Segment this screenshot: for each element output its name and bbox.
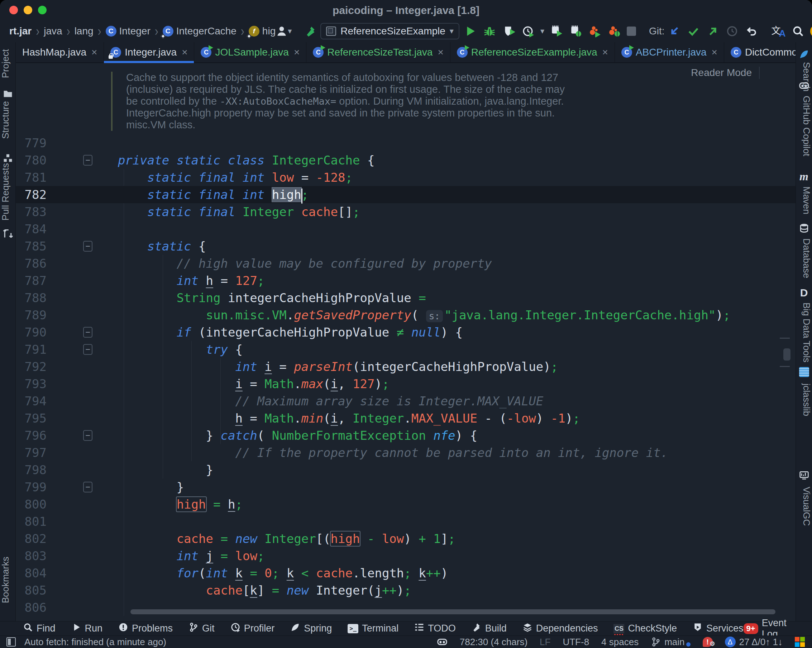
line-number[interactable]: 799	[16, 478, 47, 496]
code-line-798[interactable]: 798 }	[16, 461, 795, 478]
code-line-797[interactable]: 797 // If the property cannot be parsed …	[16, 444, 795, 461]
line-number[interactable]: 797	[16, 444, 47, 461]
reader-mode-widget[interactable]: Reader Mode	[691, 67, 783, 79]
close-icon[interactable]: ×	[294, 47, 299, 58]
code-line-789[interactable]: 789 sun.misc.VM.getSavedProperty( s:"jav…	[16, 306, 795, 324]
code-line-805[interactable]: 805 cache[k] = new Integer(j++);	[16, 582, 795, 599]
code-line-801[interactable]: 801	[16, 513, 795, 530]
line-number[interactable]: 805	[16, 582, 47, 599]
line-number[interactable]: 787	[16, 272, 47, 289]
line-number[interactable]: 804	[16, 564, 47, 582]
sidebar-item-github-copilot[interactable]: GitHub Copilot	[796, 96, 812, 156]
rollback-icon[interactable]	[744, 24, 759, 38]
line-number[interactable]: 801	[16, 513, 47, 530]
toolbar-item-dependencies[interactable]: Dependencies	[522, 622, 598, 635]
build-hammer-icon[interactable]	[305, 24, 317, 38]
sidebar-item-big-data-tools[interactable]: Big Data Tools	[796, 303, 812, 362]
tab-jolsample-java[interactable]: CJOLSample.java×	[194, 42, 306, 63]
line-number[interactable]: 792	[16, 358, 47, 375]
debug-icon[interactable]	[482, 24, 497, 38]
run-configuration-select[interactable]: ReferenceSizeExample ▾	[321, 23, 459, 40]
folder-icon[interactable]	[3, 89, 13, 100]
toolbar-item-problems[interactable]: Problems	[118, 622, 173, 635]
code-line-790[interactable]: 790− if (integerCacheHighPropValue ≠ nul…	[16, 324, 795, 341]
updates-icon[interactable]: ↑	[810, 25, 812, 38]
close-icon[interactable]: ×	[182, 47, 188, 58]
toolbar-item-build[interactable]: Build	[472, 622, 507, 635]
toolbar-item-services[interactable]: Services	[693, 622, 743, 635]
coverage-icon[interactable]	[502, 24, 516, 38]
vertical-scrollbar[interactable]	[783, 348, 791, 361]
close-icon[interactable]: ×	[712, 47, 717, 58]
breadcrumb-item-integercache[interactable]: CIntegerCache	[163, 26, 237, 37]
line-number[interactable]: 791	[16, 341, 47, 358]
indent-setting[interactable]: 4 spaces	[601, 637, 638, 648]
code-line-779[interactable]: 779	[16, 134, 795, 151]
visualgc-icon[interactable]	[799, 470, 809, 482]
line-number[interactable]: 800	[16, 496, 47, 513]
code-line-802[interactable]: 802 cache = new Integer[(high - low) + 1…	[16, 530, 795, 547]
close-icon[interactable]: ×	[92, 47, 97, 58]
sidebar-item-pull-requests[interactable]: Pull Requests	[0, 163, 15, 220]
changes-widget[interactable]: Δ27 Δ/0↑ 1↓	[725, 637, 783, 648]
code-editor[interactable]: Reader Mode Cache to support the object …	[16, 63, 795, 621]
horizontal-scrollbar[interactable]	[130, 609, 775, 614]
code-line-796[interactable]: 796− } catch( NumberFormatException nfe)…	[16, 427, 795, 444]
jclasslib-icon[interactable]	[799, 367, 809, 377]
line-number[interactable]: 793	[16, 375, 47, 393]
sidebar-item-bookmarks[interactable]: Bookmarks	[0, 556, 15, 603]
code-line-783[interactable]: 783 static final Integer cache[];	[16, 203, 795, 220]
copilot-status-icon[interactable]	[437, 637, 447, 647]
breadcrumb-item-rt-jar[interactable]: rt.jar	[9, 26, 32, 37]
line-number[interactable]: 785	[16, 238, 47, 255]
translate-icon[interactable]: 文A	[771, 25, 786, 38]
sidebar-item-structure[interactable]: Structure	[0, 101, 15, 139]
toolbar-item-spring[interactable]: Spring	[290, 622, 332, 635]
code-line-800[interactable]: 800 high = h;	[16, 496, 795, 513]
git-push-icon[interactable]	[705, 24, 720, 38]
sidebar-item-jclasslib[interactable]: jclasslib	[796, 384, 812, 416]
breadcrumb-item-lang[interactable]: lang	[75, 26, 93, 37]
toolbar-item-checkstyle[interactable]: CSCheckStyle	[614, 623, 677, 634]
code-line-803[interactable]: 803 int j = low;	[16, 547, 795, 564]
line-number[interactable]: 780	[16, 151, 47, 169]
line-number[interactable]: 795	[16, 410, 47, 427]
inspections-ok-icon[interactable]	[767, 67, 783, 79]
database-icon[interactable]	[799, 223, 809, 234]
line-number[interactable]: 790	[16, 324, 47, 341]
sidebar-item-project[interactable]: Project	[0, 49, 15, 78]
code-line-791[interactable]: 791− try {	[16, 341, 795, 358]
line-number[interactable]: 794	[16, 393, 47, 410]
line-number[interactable]: 784	[16, 220, 47, 238]
toolbar-item-run[interactable]: Run	[71, 622, 103, 635]
code-line-784[interactable]: 784	[16, 220, 795, 238]
tab-referencesizetest-java[interactable]: CReferenceSizeTest.java×	[306, 42, 450, 63]
tab-abcprinter-java[interactable]: CABCPrinter.java×	[615, 42, 724, 63]
error-notification-icon[interactable]: !⚙	[703, 637, 713, 647]
tab-integer-java[interactable]: CInteger.java×	[104, 42, 194, 63]
breadcrumb-item-integer[interactable]: CInteger	[106, 26, 151, 37]
async-debug-icon[interactable]	[607, 24, 622, 38]
line-number[interactable]: 789	[16, 306, 47, 324]
sidebar-item-database[interactable]: Database	[796, 238, 812, 278]
line-number[interactable]: 779	[16, 134, 47, 151]
code-line-781[interactable]: 781 static final int low = -128;	[16, 169, 795, 186]
tab-referencesizeexample-java[interactable]: CReferenceSizeExample.java×	[450, 42, 615, 63]
toolbar-item-todo[interactable]: TODO	[414, 622, 456, 635]
structure-icon[interactable]	[3, 153, 12, 164]
line-ending[interactable]: LF	[540, 637, 550, 648]
file-encoding[interactable]: UTF-8	[563, 637, 589, 648]
caret-position[interactable]: 782:30 (4 chars)	[460, 637, 528, 648]
code-line-792[interactable]: 792 int i = parseInt(integerCacheHighPro…	[16, 358, 795, 375]
code-line-795[interactable]: 795 h = Math.min(i, Integer.MAX_VALUE - …	[16, 410, 795, 427]
tab-hashmap-java[interactable]: HashMap.java×	[16, 42, 104, 63]
line-number[interactable]: 802	[16, 530, 47, 547]
bigdata-icon[interactable]: D	[800, 287, 808, 299]
git-update-icon[interactable]	[667, 24, 681, 38]
line-number[interactable]: 783	[16, 203, 47, 220]
sidebar-item-visualgc[interactable]: VisualGC	[796, 487, 812, 526]
code-line-793[interactable]: 793 i = Math.max(i, 127);	[16, 375, 795, 393]
git-commit-icon[interactable]	[686, 24, 701, 38]
toolbar-item-profiler[interactable]: Profiler	[230, 622, 275, 635]
breadcrumb-item-hig[interactable]: fhig	[249, 26, 276, 37]
